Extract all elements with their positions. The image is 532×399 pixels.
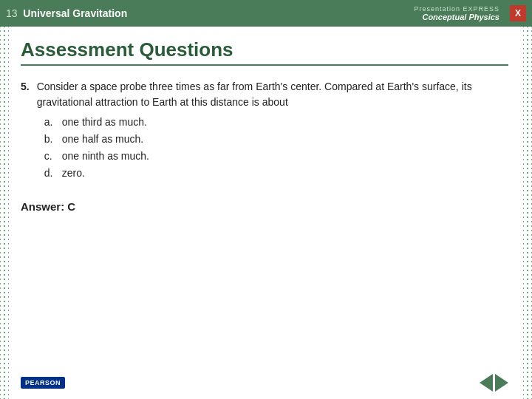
option-item: a.one third as much. [44,115,508,130]
footer: PEARSON [21,368,508,392]
main-container: Assessment Questions 5. Consider a space… [0,27,532,399]
brand-bottom-text: Conceptual Physics [414,13,499,21]
option-text: one ninth as much. [62,149,149,164]
page-title: Assessment Questions [21,38,508,66]
close-button[interactable]: X [510,5,526,21]
header-branding: Presentation EXPRESS Conceptual Physics … [414,5,526,21]
header-title: 13 Universal Gravitation [6,7,127,19]
presentation-express-brand: Presentation EXPRESS Conceptual Physics [414,5,499,21]
option-letter: b. [44,132,56,147]
brand-top-text: Presentation EXPRESS [414,5,499,13]
chapter-number: 13 [6,7,18,19]
answer-block: Answer: C [21,200,508,213]
option-letter: a. [44,115,56,130]
option-text: one third as much. [62,115,147,130]
options-list: a.one third as much.b.one half as much.c… [44,115,508,181]
option-text: one half as much. [62,132,144,147]
question-number: 5. [21,79,30,183]
option-item: d.zero. [44,166,508,181]
header-bar: 13 Universal Gravitation Presentation EX… [0,0,532,27]
question-body: Consider a space probe three times as fa… [37,79,508,183]
question-text: Consider a space probe three times as fa… [37,79,508,110]
pearson-logo: PEARSON [21,377,65,389]
nav-back-button[interactable] [480,374,493,392]
option-item: b.one half as much. [44,132,508,147]
option-text: zero. [62,166,85,181]
dot-border-left [0,27,9,399]
nav-forward-button[interactable] [495,374,508,392]
option-letter: c. [44,149,56,164]
option-item: c.one ninth as much. [44,149,508,164]
content-area: Assessment Questions 5. Consider a space… [9,27,523,399]
option-letter: d. [44,166,56,181]
nav-arrows [480,374,508,392]
dot-border-right [523,27,532,399]
question-block: 5. Consider a space probe three times as… [21,79,508,183]
chapter-title: Universal Gravitation [23,7,127,19]
